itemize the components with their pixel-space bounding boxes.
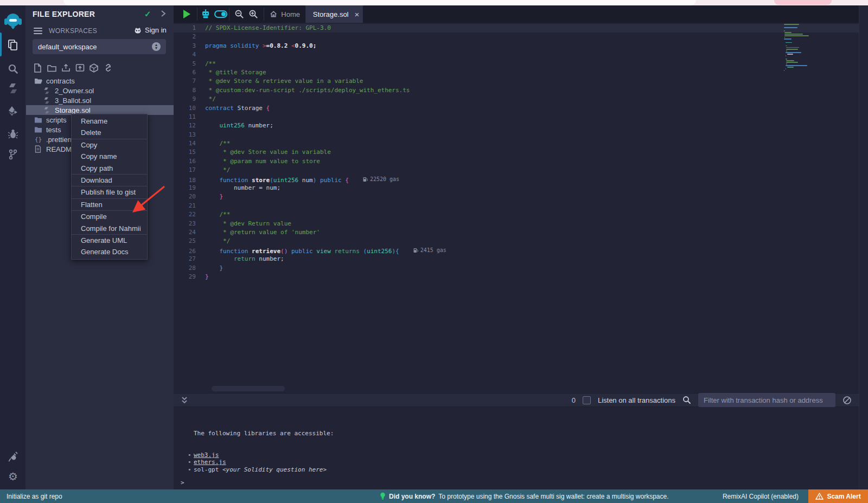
upload-folder-icon[interactable]: [75, 63, 85, 73]
code-line[interactable]: 8 * @custom:dev-run-script ./scripts/dep…: [174, 86, 868, 95]
tab-storage-sol[interactable]: Storage.sol ×: [305, 5, 363, 23]
init-git-repo-button[interactable]: Initialize as git repo: [7, 493, 62, 500]
editor-minimap[interactable]: [784, 24, 818, 83]
run-script-button[interactable]: [179, 5, 194, 23]
terminal-prompt[interactable]: >: [181, 479, 184, 486]
sidebar-item-settings[interactable]: ⚙: [0, 467, 26, 486]
line-number: 16: [174, 157, 205, 166]
code-line[interactable]: 1// SPDX-License-Identifier: GPL-3.0: [174, 24, 868, 33]
menu-item-generate-docs[interactable]: Generate Docs: [72, 246, 147, 257]
tree-item-contracts[interactable]: contracts: [26, 76, 174, 86]
menu-item-compile[interactable]: Compile: [72, 211, 147, 222]
browser-pink-element: [774, 0, 832, 5]
code-line[interactable]: 12 uint256 number;: [174, 121, 868, 130]
menu-item-copy-path[interactable]: Copy path: [72, 163, 147, 174]
code-line[interactable]: 21: [174, 202, 868, 210]
sidebar-item-plugin-manager[interactable]: [0, 448, 26, 466]
file-actions-toolbar: [33, 63, 113, 73]
code-line[interactable]: 13: [174, 131, 868, 139]
listen-all-transactions-label: Listen on all transactions: [598, 396, 675, 404]
code-line[interactable]: 25 */: [174, 237, 868, 246]
sidebar-item-git[interactable]: [0, 145, 26, 164]
library-link[interactable]: ethers.js: [194, 459, 226, 466]
code-line[interactable]: 20 }: [174, 192, 868, 201]
menu-item-generate-uml[interactable]: Generate UML: [72, 235, 147, 246]
code-editor[interactable]: 1// SPDX-License-Identifier: GPL-3.023pr…: [174, 23, 868, 393]
menu-item-copy[interactable]: Copy: [72, 139, 147, 151]
copilot-toggle[interactable]: [213, 5, 229, 23]
menu-item-copy-name[interactable]: Copy name: [72, 151, 147, 162]
code-line[interactable]: 23 * @dev Return value: [174, 220, 868, 228]
terminal-search-icon[interactable]: [682, 396, 691, 404]
sidebar-item-file-explorer[interactable]: [0, 36, 26, 54]
workspace-select[interactable]: default_workspace ▲▼: [33, 39, 166, 54]
did-you-know-bold: Did you know?: [389, 493, 435, 500]
menu-item-publish-file-to-gist[interactable]: Publish file to gist: [72, 186, 147, 198]
sidebar-item-deploy-and-run[interactable]: [0, 102, 26, 120]
code-line[interactable]: 24 * @return value of 'number': [174, 228, 868, 237]
code-line[interactable]: 18 function store(uint256 num) public {2…: [174, 175, 868, 184]
ai-assistant-button[interactable]: [200, 5, 212, 23]
code-line[interactable]: 6 * @title Storage: [174, 68, 868, 77]
code-line[interactable]: 17 */: [174, 166, 868, 175]
line-number: 1: [174, 24, 205, 33]
panel-chevron-right-icon[interactable]: [159, 9, 167, 21]
ipfs-cube-icon[interactable]: [89, 63, 99, 73]
tree-item-3-ballot-sol[interactable]: 3_Ballot.sol: [26, 95, 174, 105]
folder-open-icon: [34, 78, 42, 85]
code-line[interactable]: 10contract Storage {: [174, 104, 868, 113]
new-file-icon[interactable]: [33, 63, 42, 73]
code-line[interactable]: 26 function retrieve() public view retur…: [174, 246, 868, 255]
code-line[interactable]: 4: [174, 50, 868, 59]
code-line[interactable]: 22 /**: [174, 210, 868, 219]
folder-icon: [34, 126, 42, 133]
line-number: 12: [174, 121, 205, 130]
clear-console-icon[interactable]: [843, 396, 852, 405]
line-number: 13: [174, 131, 205, 139]
menu-item-rename[interactable]: Rename: [72, 115, 147, 127]
menu-item-delete[interactable]: Delete: [72, 127, 147, 138]
link-icon[interactable]: [103, 63, 113, 73]
scrollbar-gutter[interactable]: [859, 5, 868, 489]
code-line[interactable]: 11: [174, 113, 868, 121]
sidebar-item-search[interactable]: [0, 60, 26, 78]
code-line[interactable]: 19 number = num;: [174, 184, 868, 192]
line-number: 8: [174, 86, 205, 95]
line-number: 19: [174, 184, 205, 192]
tab-home[interactable]: Home: [264, 5, 305, 23]
code-line[interactable]: 9 */: [174, 95, 868, 104]
expand-terminal-icon[interactable]: [181, 396, 188, 404]
copilot-status[interactable]: RemixAI Copilot (enabled): [723, 493, 799, 500]
code-line[interactable]: 2: [174, 33, 868, 41]
code-line[interactable]: 3pragma solidity >=0.8.2 <0.9.0;: [174, 42, 868, 50]
workspaces-menu-icon[interactable]: [34, 28, 42, 34]
new-folder-icon[interactable]: [47, 63, 56, 73]
code-line[interactable]: 15 * @dev Store value in variable: [174, 148, 868, 157]
code-line[interactable]: 27 return number;: [174, 255, 868, 263]
code-line[interactable]: 14 /**: [174, 139, 868, 148]
code-line[interactable]: 28 }: [174, 264, 868, 273]
tree-item-2-owner-sol[interactable]: 2_Owner.sol: [26, 86, 174, 95]
sidebar-item-solidity-compiler[interactable]: [0, 79, 26, 98]
editor-hscrollbar[interactable]: [212, 386, 285, 391]
upload-file-icon[interactable]: [61, 63, 71, 73]
transaction-filter-input[interactable]: [698, 393, 835, 407]
zoom-out-button[interactable]: [232, 5, 246, 23]
listen-all-transactions-checkbox[interactable]: [583, 396, 591, 404]
menu-item-compile-for-nahmii[interactable]: Compile for Nahmii: [72, 223, 147, 234]
sign-in-button[interactable]: Sign in: [133, 26, 167, 34]
code-line[interactable]: 5/**: [174, 60, 868, 68]
code-line[interactable]: 29}: [174, 273, 868, 281]
zoom-in-button[interactable]: [246, 5, 260, 23]
code-line[interactable]: 7 * @dev Store & retrieve value in a var…: [174, 77, 868, 86]
scam-alert-button[interactable]: Scam Alert: [808, 489, 868, 503]
library-link[interactable]: web3.js: [194, 452, 219, 459]
sidebar-item-debugger[interactable]: [0, 125, 26, 143]
menu-item-download[interactable]: Download: [72, 175, 147, 186]
menu-item-flatten[interactable]: Flatten: [72, 199, 147, 210]
terminal-output[interactable]: The following libraries are accessible: …: [174, 407, 868, 489]
sign-in-label: Sign in: [145, 26, 167, 34]
code-line[interactable]: 16 * @param num value to store: [174, 157, 868, 166]
tab-close-icon[interactable]: ×: [355, 10, 360, 19]
remix-logo[interactable]: [0, 12, 26, 30]
